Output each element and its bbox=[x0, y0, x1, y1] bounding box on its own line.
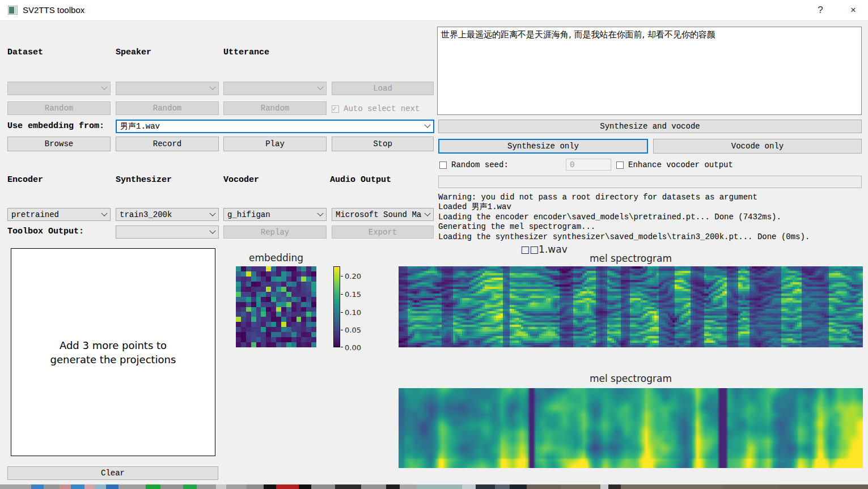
random-seed-label: Random seed: bbox=[451, 160, 509, 169]
enhance-vocoder-label: Enhance vocoder output bbox=[628, 160, 733, 169]
encoder-select[interactable]: pretrained bbox=[7, 208, 111, 221]
log-line: Loading the synthesizer synthesizer\save… bbox=[438, 232, 810, 242]
colorbar-tick-020: 0.20 bbox=[345, 272, 361, 280]
mel-spectrogram-bottom bbox=[399, 388, 863, 468]
projection-message-line1: Add 3 more points to bbox=[60, 338, 167, 352]
seed-input[interactable]: 0 bbox=[566, 159, 611, 171]
random-seed-checkbox[interactable]: Random seed: bbox=[439, 160, 509, 169]
utterance-label: Utterance bbox=[223, 48, 269, 57]
log-output: Warning: you did not pass a root directo… bbox=[438, 193, 810, 242]
embedding-source-select[interactable]: 男声1.wav bbox=[116, 120, 434, 133]
text-prompt-input[interactable]: 世界上最遥远的距离不是天涯海角, 而是我站在你面前, 却看不见你的容颜 bbox=[437, 27, 862, 115]
app-icon bbox=[8, 6, 18, 15]
log-line: Warning: you did not pass a root directo… bbox=[438, 193, 810, 202]
window-title: SV2TTS toolbox bbox=[23, 5, 84, 15]
checkbox-icon bbox=[332, 105, 339, 113]
umap-projections-plot: Add 3 more points to generate the projec… bbox=[11, 248, 215, 456]
mel-spectrogram-title-top: mel spectrogram bbox=[399, 253, 863, 264]
vocode-only-button[interactable]: Vocode only bbox=[653, 139, 862, 154]
projection-message-line2: generate the projections bbox=[50, 352, 176, 367]
colorbar-tick-010: 0.10 bbox=[345, 308, 361, 317]
checkbox-icon bbox=[616, 161, 624, 169]
audio-output-label: Audio Output bbox=[330, 175, 391, 185]
log-line: Generating the mel spectrogram... bbox=[438, 222, 810, 232]
audio-output-select[interactable]: Microsoft Sound Mapp bbox=[332, 208, 434, 221]
browse-button[interactable]: Browse bbox=[7, 137, 111, 151]
log-line: Loaded 男声1.wav bbox=[438, 202, 810, 212]
speaker-select[interactable] bbox=[116, 82, 219, 95]
chevron-down-icon bbox=[424, 210, 430, 216]
export-button[interactable]: Export bbox=[332, 226, 434, 239]
synthesizer-select[interactable]: train3_200k bbox=[116, 208, 219, 221]
chevron-down-icon bbox=[209, 210, 215, 216]
auto-select-next-label: Auto select next bbox=[344, 104, 420, 113]
chevron-down-icon bbox=[101, 210, 107, 216]
dataset-label: Dataset bbox=[7, 48, 43, 57]
dataset-select[interactable] bbox=[7, 82, 111, 95]
checkbox-icon bbox=[439, 161, 447, 169]
toolbox-output-label: Toolbox Output: bbox=[7, 227, 84, 236]
chevron-down-icon bbox=[101, 84, 107, 90]
mel-spectrogram-top bbox=[399, 266, 863, 347]
toolbox-output-select[interactable] bbox=[116, 226, 219, 239]
progress-bar bbox=[438, 176, 862, 188]
replay-button[interactable]: Replay bbox=[223, 226, 327, 239]
colorbar-tick-015: 0.15 bbox=[345, 290, 361, 299]
record-button[interactable]: Record bbox=[116, 137, 219, 151]
synthesize-and-vocode-button[interactable]: Synthesize and vocode bbox=[438, 120, 862, 133]
mel-spectrogram-title-bottom: mel spectrogram bbox=[399, 373, 863, 384]
embedding-title: embedding bbox=[236, 252, 316, 263]
enhance-vocoder-checkbox[interactable]: Enhance vocoder output bbox=[616, 160, 733, 169]
title-bar: SV2TTS toolbox ? × bbox=[0, 0, 868, 21]
synthesizer-label: Synthesizer bbox=[116, 175, 172, 185]
dataset-random-button[interactable]: Random bbox=[7, 101, 111, 115]
stop-button[interactable]: Stop bbox=[332, 137, 434, 151]
use-embedding-from-label: Use embedding from: bbox=[7, 121, 104, 131]
auto-select-next-checkbox[interactable]: Auto select next bbox=[332, 104, 420, 113]
colorbar-tick-005: 0.05 bbox=[345, 326, 361, 334]
chevron-down-icon bbox=[317, 210, 323, 216]
load-button[interactable]: Load bbox=[332, 82, 434, 95]
speaker-label: Speaker bbox=[116, 48, 151, 57]
vocoder-select[interactable]: g_hifigan bbox=[223, 208, 327, 221]
log-line: Loading the encoder encoder\saved_models… bbox=[438, 212, 810, 222]
close-button[interactable]: × bbox=[840, 0, 866, 20]
colorbar bbox=[333, 266, 340, 347]
synthesize-only-button[interactable]: Synthesize only bbox=[438, 139, 648, 154]
chevron-down-icon bbox=[317, 84, 323, 90]
utterance-random-button[interactable]: Random bbox=[223, 101, 327, 115]
sv2tts-toolbox-window: SV2TTS toolbox ? × Dataset Speaker Utter… bbox=[0, 0, 868, 489]
taskbar-sliver bbox=[0, 484, 868, 489]
clear-button[interactable]: Clear bbox=[7, 466, 218, 480]
speaker-random-button[interactable]: Random bbox=[116, 101, 219, 115]
help-button[interactable]: ? bbox=[807, 0, 833, 20]
colorbar-tick-000: 0.00 bbox=[345, 343, 361, 352]
encoder-label: Encoder bbox=[7, 175, 43, 185]
embedding-heatmap bbox=[236, 266, 316, 347]
chevron-down-icon bbox=[209, 84, 215, 90]
vocoder-label: Vocoder bbox=[223, 175, 259, 185]
utterance-select[interactable] bbox=[223, 82, 327, 95]
chevron-down-icon bbox=[209, 227, 215, 233]
chevron-down-icon bbox=[424, 122, 430, 128]
play-button[interactable]: Play bbox=[223, 137, 327, 151]
